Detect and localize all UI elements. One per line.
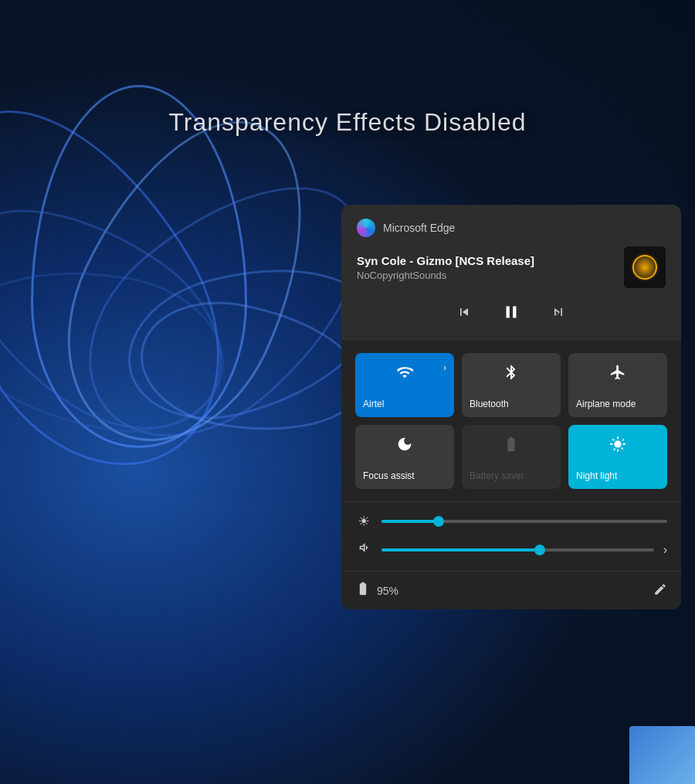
page-title: Transparency Effects Disabled [0,108,695,137]
media-track-artist: NoCopyrightSounds [357,270,624,281]
battery-row: 95% [355,581,398,600]
brightness-fill [381,520,439,523]
wifi-icon [363,364,446,385]
media-section: Microsoft Edge Syn Cole - Gizmo [NCS Rel… [341,205,681,341]
bluetooth-toggle[interactable]: Bluetooth [462,353,561,417]
media-track-title: Syn Cole - Gizmo [NCS Release] [357,254,624,267]
media-info-row: Syn Cole - Gizmo [NCS Release] NoCopyrig… [357,246,666,288]
media-prev-button[interactable] [453,301,475,323]
brightness-row: ☀ [355,513,667,530]
media-app-row: Microsoft Edge [357,219,666,237]
quick-settings-panel: Microsoft Edge Syn Cole - Gizmo [NCS Rel… [341,205,681,609]
media-text: Syn Cole - Gizmo [NCS Release] NoCopyrig… [357,254,624,281]
wifi-chevron-icon: › [443,362,446,373]
wifi-toggle[interactable]: › Airtel [355,353,454,417]
wifi-label: Airtel [363,399,384,409]
corner-swatch [629,726,695,784]
brightness-track [381,520,667,523]
brightness-icon: ☀ [355,513,372,530]
night-light-toggle[interactable]: Night light [568,425,667,489]
toggles-grid: › Airtel Bluetooth [355,353,667,489]
footer-section: 95% [341,571,681,609]
bluetooth-icon [470,364,553,385]
volume-fill [381,548,540,552]
edge-icon [357,219,375,237]
edit-button[interactable] [653,582,667,599]
brightness-slider[interactable] [381,520,667,523]
battery-percentage: 95% [377,585,398,597]
volume-track [381,548,654,552]
battery-saver-icon [470,436,553,456]
airplane-icon [576,364,659,385]
volume-chevron-icon[interactable]: › [663,543,667,557]
media-thumbnail-inner [624,246,666,288]
battery-icon [355,581,371,600]
volume-icon [355,541,372,558]
volume-slider[interactable] [381,548,654,552]
volume-thumb[interactable] [534,545,545,555]
night-light-icon [576,436,659,456]
volume-row: › [355,541,667,558]
media-app-name: Microsoft Edge [383,222,455,234]
sliders-section: ☀ › [341,501,681,571]
airplane-toggle[interactable]: Airplane mode [568,353,667,417]
toggles-section: › Airtel Bluetooth [341,341,681,501]
focus-label: Focus assist [363,470,415,481]
media-thumbnail [624,246,666,288]
battery-saver-label: Battery saver [470,470,524,481]
night-light-label: Night light [576,470,617,481]
focus-icon [363,436,446,456]
media-controls [357,299,666,325]
media-next-button[interactable] [548,301,569,323]
focus-toggle[interactable]: Focus assist [355,425,454,489]
bluetooth-label: Bluetooth [470,399,509,409]
airplane-label: Airplane mode [576,399,636,409]
brightness-thumb[interactable] [433,516,444,527]
media-pause-button[interactable] [498,299,524,325]
battery-saver-toggle[interactable]: Battery saver [462,425,561,489]
